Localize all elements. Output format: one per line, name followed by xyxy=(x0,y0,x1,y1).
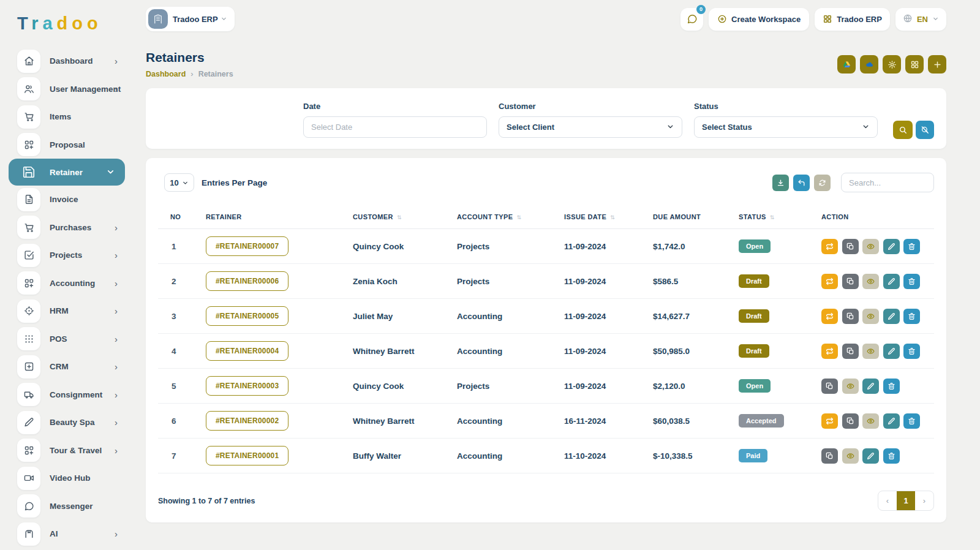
delete-button[interactable] xyxy=(903,239,920,254)
view-button[interactable] xyxy=(842,379,859,394)
col-due-amount[interactable]: DUE AMOUNT xyxy=(648,206,734,229)
sidebar-item-pos[interactable]: POS › xyxy=(0,325,134,353)
sidebar-item-invoice[interactable]: Invoice xyxy=(0,186,134,214)
pen-icon xyxy=(17,411,40,434)
next-page-button[interactable]: › xyxy=(915,491,933,510)
current-workspace-button[interactable]: Tradoo ERP xyxy=(815,8,890,31)
add-button[interactable] xyxy=(928,55,946,73)
breadcrumb-dashboard[interactable]: Dashboard xyxy=(146,70,186,78)
edit-button[interactable] xyxy=(883,344,900,359)
sidebar-item-crm[interactable]: CRM › xyxy=(0,353,134,381)
sidebar-item-video-hub[interactable]: Video Hub xyxy=(0,464,134,492)
sort-icon[interactable]: ⇅ xyxy=(397,214,402,220)
create-workspace-button[interactable]: Create Workspace xyxy=(709,8,809,31)
edit-button[interactable] xyxy=(883,274,900,289)
prev-page-button[interactable]: ‹ xyxy=(878,491,897,510)
sidebar-item-tour-travel[interactable]: Tour & Travel › xyxy=(0,437,134,465)
sidebar-item-messenger[interactable]: Messenger xyxy=(0,492,134,521)
duplicate-button[interactable] xyxy=(842,344,859,359)
date-input[interactable] xyxy=(303,116,487,138)
col-retainer[interactable]: RETAINER xyxy=(201,206,348,229)
duplicate-button[interactable] xyxy=(842,239,859,254)
retainer-number-pill[interactable]: #RETAINER00003 xyxy=(206,376,288,396)
col-issue-date[interactable]: ISSUE DATE⇅ xyxy=(559,206,648,229)
edit-button[interactable] xyxy=(862,448,879,464)
convert-button[interactable] xyxy=(821,239,838,254)
sidebar-item-retainer[interactable]: Retainer xyxy=(9,159,125,186)
sidebar-item-hrm[interactable]: HRM › xyxy=(0,297,134,325)
view-button[interactable] xyxy=(862,309,879,324)
table-search-input[interactable] xyxy=(841,173,934,192)
view-button[interactable] xyxy=(862,274,879,289)
row-due-amount: $1,742.0 xyxy=(648,229,734,264)
sidebar-item-items[interactable]: Items xyxy=(0,103,134,131)
sidebar-item-beauty-spa[interactable]: Beauty Spa › xyxy=(0,409,134,437)
sidebar-item-user-management[interactable]: User Management › xyxy=(0,75,134,104)
sidebar-item-projects[interactable]: Projects › xyxy=(0,241,134,269)
delete-button[interactable] xyxy=(883,448,900,464)
view-button[interactable] xyxy=(862,344,879,359)
trash-icon xyxy=(908,312,916,320)
delete-button[interactable] xyxy=(903,344,920,359)
retainer-number-pill[interactable]: #RETAINER00004 xyxy=(206,341,288,361)
row-account-type: Accounting xyxy=(452,334,559,369)
page-number[interactable]: 1 xyxy=(897,491,915,510)
convert-button[interactable] xyxy=(821,413,838,429)
onedrive-button[interactable] xyxy=(860,55,878,73)
retainer-number-pill[interactable]: #RETAINER00002 xyxy=(206,411,288,431)
row-actions xyxy=(821,379,929,394)
delete-button[interactable] xyxy=(903,413,920,429)
sort-icon[interactable]: ⇅ xyxy=(770,214,775,220)
edit-button[interactable] xyxy=(862,379,879,394)
col-status[interactable]: STATUS⇅ xyxy=(734,206,816,229)
sidebar-item-consignment[interactable]: Consignment › xyxy=(0,381,134,409)
col-account-type[interactable]: ACCOUNT TYPE⇅ xyxy=(452,206,559,229)
edit-button[interactable] xyxy=(883,413,900,429)
edit-button[interactable] xyxy=(883,309,900,324)
duplicate-button[interactable] xyxy=(842,309,859,324)
filter-clear-button[interactable] xyxy=(916,121,934,139)
delete-button[interactable] xyxy=(903,309,920,324)
retainer-number-pill[interactable]: #RETAINER00001 xyxy=(206,446,288,465)
status-select[interactable]: Select Status xyxy=(694,116,878,138)
view-button[interactable] xyxy=(862,413,879,429)
retainer-number-pill[interactable]: #RETAINER00005 xyxy=(206,306,288,326)
col-customer[interactable]: CUSTOMER⇅ xyxy=(348,206,452,229)
duplicate-button[interactable] xyxy=(821,448,838,464)
convert-button[interactable] xyxy=(821,309,838,324)
duplicate-button[interactable] xyxy=(842,413,859,429)
sidebar-item-dashboard[interactable]: Dashboard › xyxy=(0,47,134,75)
retainer-number-pill[interactable]: #RETAINER00006 xyxy=(206,271,288,291)
breadcrumb: Dashboard › Retainers xyxy=(146,69,233,78)
delete-button[interactable] xyxy=(883,379,900,394)
view-button[interactable] xyxy=(862,239,879,254)
eye-icon xyxy=(867,417,875,425)
duplicate-button[interactable] xyxy=(821,379,838,394)
language-selector[interactable]: EN xyxy=(895,8,946,31)
sort-icon[interactable]: ⇅ xyxy=(517,214,522,220)
convert-button[interactable] xyxy=(821,344,838,359)
sidebar-item-ai[interactable]: AI › xyxy=(0,520,134,548)
convert-button[interactable] xyxy=(821,274,838,289)
sidebar-item-purchases[interactable]: Purchases › xyxy=(0,214,134,242)
entries-per-page-select[interactable]: 10 xyxy=(164,173,194,192)
view-button[interactable] xyxy=(842,448,859,464)
sort-icon[interactable]: ⇅ xyxy=(610,214,615,220)
apps-button[interactable] xyxy=(905,55,924,73)
sidebar-item-proposal[interactable]: Proposal xyxy=(0,131,134,159)
refresh-button[interactable] xyxy=(814,175,831,191)
duplicate-button[interactable] xyxy=(842,274,859,289)
export-button[interactable] xyxy=(772,175,789,191)
filter-search-button[interactable] xyxy=(893,121,913,139)
retainer-number-pill[interactable]: #RETAINER00007 xyxy=(206,236,288,256)
col-no[interactable]: NO xyxy=(158,206,201,229)
delete-button[interactable] xyxy=(903,274,920,289)
workspace-selector[interactable]: Tradoo ERP xyxy=(146,7,235,31)
chat-button[interactable]: 0 xyxy=(680,8,703,31)
undo-button[interactable] xyxy=(793,175,810,191)
google-drive-button[interactable] xyxy=(837,55,856,73)
sidebar-item-accounting[interactable]: Accounting › xyxy=(0,269,134,298)
settings-button[interactable] xyxy=(883,55,901,73)
customer-select[interactable]: Select Client xyxy=(499,116,682,138)
edit-button[interactable] xyxy=(883,239,900,254)
